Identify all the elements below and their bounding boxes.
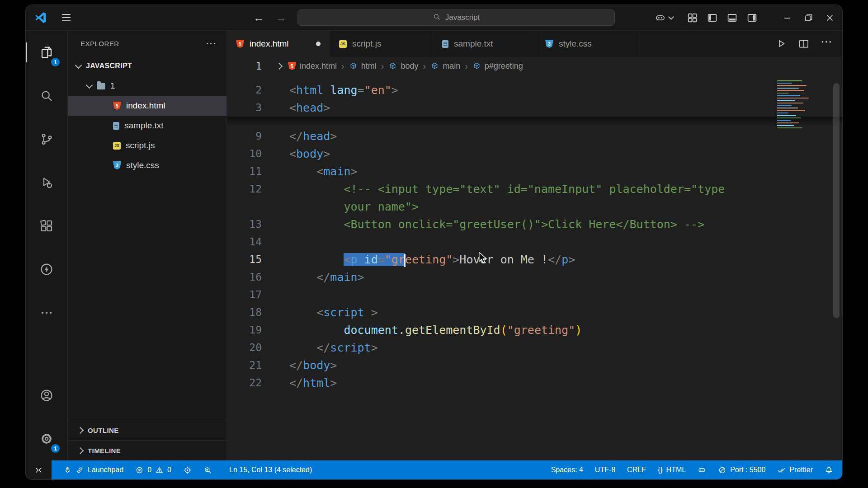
folder-row[interactable]: 1: [68, 76, 226, 96]
status-indentation[interactable]: Spaces: 4: [551, 460, 583, 479]
breadcrumb-html[interactable]: html: [349, 61, 377, 71]
status-port[interactable]: Port : 5500: [718, 460, 765, 479]
run-code-icon[interactable]: [775, 38, 787, 50]
workspace-section[interactable]: JAVASCRIPT: [68, 56, 226, 76]
status-right: Spaces: 4UTF-8CRLF{}HTMLPort : 5500Prett…: [551, 460, 842, 479]
activity-bar-top: 1: [26, 31, 67, 334]
status-screencast[interactable]: [183, 460, 192, 479]
copilot-icon: [655, 12, 666, 23]
copilot-menu[interactable]: [655, 12, 673, 23]
breadcrumb-label: html: [361, 61, 377, 71]
html-file-icon: 5: [236, 40, 244, 48]
vscode-window: ← → Javascript: [25, 5, 843, 480]
close-button[interactable]: [825, 13, 835, 23]
toggle-panel-icon[interactable]: [726, 12, 738, 23]
ellipsis-icon: [39, 305, 54, 320]
forward-icon[interactable]: →: [275, 12, 287, 23]
breadcrumb-main[interactable]: main: [430, 61, 460, 71]
status-zoom[interactable]: [203, 460, 212, 479]
activity-extensions[interactable]: [26, 204, 67, 248]
tab-style.css[interactable]: 3style.css: [536, 31, 639, 57]
maximize-button[interactable]: [803, 13, 814, 23]
status-notifications[interactable]: [825, 460, 833, 479]
command-center-search[interactable]: Javascript: [297, 9, 615, 26]
status-remote[interactable]: [26, 460, 52, 479]
sidebar-header: EXPLORER ⋯: [68, 31, 226, 56]
editor-more-icon[interactable]: ⋯: [821, 42, 832, 46]
code-line-22: 22</html>: [227, 374, 842, 392]
line-number-1: 1: [227, 60, 277, 72]
activity-run-debug[interactable]: [26, 161, 67, 204]
scrollbar-thumb[interactable]: [833, 83, 840, 318]
breadcrumb-body[interactable]: body: [388, 61, 418, 71]
code-editor[interactable]: 2<html lang="en">3<head>9</head>10<body>…: [227, 75, 842, 460]
toggle-secondary-sidebar-icon[interactable]: [746, 12, 758, 23]
vscode-logo-icon: [34, 11, 47, 24]
breadcrumb-label: main: [443, 61, 460, 71]
error-icon: [135, 466, 144, 474]
js-file-icon: JS: [339, 40, 347, 48]
code-line-10: 10<body>: [227, 145, 842, 163]
bell-icon: [825, 466, 833, 474]
gear-icon: [39, 432, 54, 446]
activity-search[interactable]: [26, 74, 67, 117]
code-line-16: 16 </main>: [227, 268, 842, 286]
file-script.js[interactable]: JSscript.js: [68, 136, 226, 155]
status-encoding[interactable]: UTF-8: [595, 460, 615, 479]
code-line-2: 2<html lang="en">: [227, 81, 842, 99]
tab-sample.txt[interactable]: sample.txt: [433, 31, 536, 57]
titlebar-right: [655, 12, 842, 23]
line-number: 19: [227, 321, 277, 339]
tab-index.html[interactable]: 5index.html: [227, 31, 330, 57]
status-cursor-position[interactable]: Ln 15, Col 13 (4 selected): [229, 460, 312, 479]
code-line-18: 18 <script >: [227, 304, 842, 321]
file-index.html[interactable]: 5index.html: [68, 96, 226, 116]
outline-panel[interactable]: OUTLINE: [68, 420, 226, 440]
line-content: <script >: [277, 304, 378, 321]
status-launchpad[interactable]: Launchpad: [63, 460, 123, 479]
files-icon: [39, 45, 54, 60]
status-eol[interactable]: CRLF: [627, 460, 646, 479]
breadcrumb-p#greeting[interactable]: p#greeting: [472, 61, 523, 71]
back-icon[interactable]: ←: [253, 12, 264, 23]
status-language-mode[interactable]: {}HTML: [658, 460, 686, 479]
tab-bar: 5index.htmlJSscript.jssample.txt3style.c…: [227, 31, 842, 57]
modified-dot-icon[interactable]: [316, 42, 321, 46]
status-problems[interactable]: 00: [135, 460, 171, 479]
source-control-icon: [39, 132, 54, 146]
split-editor-icon[interactable]: [798, 38, 810, 50]
status-prettier[interactable]: Prettier: [777, 460, 813, 479]
copilot-icon: [698, 466, 706, 474]
timeline-label: TIMELINE: [88, 447, 121, 455]
activity-settings[interactable]: 1: [26, 417, 67, 460]
file-list: 5index.htmlsample.txtJSscript.js3style.c…: [68, 96, 226, 175]
minimize-button[interactable]: [782, 13, 793, 23]
minimap[interactable]: [774, 78, 820, 137]
fold-chevron-icon[interactable]: [276, 62, 283, 70]
timeline-panel[interactable]: TIMELINE: [68, 440, 226, 460]
toggle-primary-sidebar-icon[interactable]: [707, 12, 718, 23]
menu-icon[interactable]: [62, 14, 71, 21]
code-line-17: 17: [227, 286, 842, 304]
breadcrumb-index.html[interactable]: 5index.html: [288, 61, 337, 71]
outline-label: OUTLINE: [88, 427, 119, 434]
file-style.css[interactable]: 3style.css: [68, 155, 226, 175]
tab-script.js[interactable]: JSscript.js: [330, 31, 433, 57]
activity-more[interactable]: [26, 291, 67, 334]
circle-slash-icon: [718, 466, 726, 474]
activity-thunder-client[interactable]: [26, 248, 67, 291]
activity-accounts[interactable]: [26, 374, 67, 417]
html-file-icon: 5: [288, 62, 296, 70]
folder-icon: [97, 83, 105, 89]
activity-explorer[interactable]: 1: [26, 31, 67, 74]
symbol-cube-icon: [430, 62, 439, 70]
status-copilot[interactable]: [698, 460, 706, 479]
txt-file-icon: [113, 122, 119, 130]
file-sample.txt[interactable]: sample.txt: [68, 116, 226, 136]
search-value: Javascript: [445, 13, 480, 22]
line-content: </script>: [277, 339, 378, 357]
line-content: </head>: [277, 127, 337, 145]
customize-layout-icon[interactable]: [687, 12, 698, 23]
activity-source-control[interactable]: [26, 117, 67, 161]
breadcrumb-label: p#greeting: [485, 61, 523, 71]
